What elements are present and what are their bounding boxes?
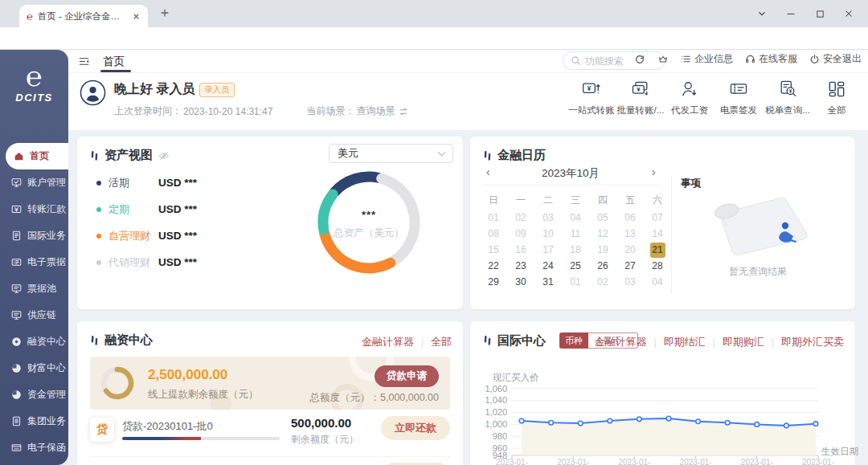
calendar-day[interactable]: 03: [616, 274, 644, 290]
link-金融计算器[interactable]: 金融计算器: [595, 335, 647, 349]
calendar-day[interactable]: 30: [507, 274, 534, 290]
window-chevron-icon[interactable]: [747, 0, 776, 27]
calendar-day[interactable]: 27: [616, 258, 644, 274]
quick-action-代发工资[interactable]: 代发工资: [668, 79, 711, 116]
sidebar-item-融资中心[interactable]: 融资中心: [0, 328, 68, 355]
quick-action-电票签发[interactable]: 电票签发: [717, 79, 760, 116]
calendar-day[interactable]: 06: [616, 210, 644, 226]
calendar-day[interactable]: 18: [562, 242, 589, 258]
sidebar-item-资金管理[interactable]: 资金管理: [0, 381, 68, 408]
asset-view-card: 资产视图 美元 活期USD ***定期USD ***自营理财USD ***代销理…: [77, 137, 463, 309]
link-金融计算器[interactable]: 金融计算器: [362, 335, 414, 349]
legend-dot: [96, 207, 101, 212]
calendar-day[interactable]: 12: [589, 226, 616, 242]
browser-tab[interactable]: ℮ 首页 - 企业综合金融服务平台: [19, 5, 148, 27]
y-tick-label: 980: [493, 431, 507, 441]
quick-action-label: 一站式转账: [568, 104, 615, 116]
tab-close-icon[interactable]: [132, 12, 141, 21]
calendar-day[interactable]: 02: [589, 274, 616, 290]
calendar-day[interactable]: 14: [644, 226, 671, 242]
legend-label: 代销理财: [108, 255, 158, 270]
sidebar-item-首页[interactable]: 首页: [6, 143, 68, 169]
calendar-day[interactable]: 25: [562, 258, 589, 274]
sidebar-item-国际业务[interactable]: 国际业务: [0, 222, 68, 249]
calendar-day[interactable]: 21: [644, 242, 671, 258]
quick-action-全部[interactable]: 全部: [815, 79, 858, 116]
scene-switch-icon[interactable]: [399, 107, 408, 116]
calendar-day[interactable]: 16: [507, 242, 534, 258]
quick-action-label: 全部: [828, 104, 846, 116]
link-即期购汇[interactable]: 即期购汇: [723, 335, 764, 349]
sidebar-item-label: 集团业务: [27, 414, 66, 428]
new-tab-button[interactable]: [159, 7, 170, 18]
calendar-day[interactable]: 01: [562, 274, 589, 290]
calendar-day[interactable]: 09: [507, 226, 534, 242]
quick-action-批量转账/...[interactable]: ¥批量转账/...: [619, 79, 662, 116]
data-point: [755, 422, 760, 427]
scene-value: 查询场景: [356, 104, 395, 118]
sidebar-item-供应链[interactable]: 供应链: [0, 302, 68, 328]
sidebar-item-集团业务[interactable]: 集团业务: [0, 408, 68, 434]
calendar-day[interactable]: 15: [480, 242, 507, 258]
sidebar-item-票据池[interactable]: 票据池: [0, 275, 68, 302]
calendar-weekdays: 日一二三四五六: [480, 193, 671, 207]
tool-安全退出[interactable]: 安全退出: [809, 52, 862, 66]
asset-donut-chart: [309, 162, 429, 283]
loan-apply-button[interactable]: 贷款申请: [375, 365, 439, 387]
calendar-day[interactable]: 10: [534, 226, 562, 242]
calendar-day[interactable]: 20: [616, 242, 644, 258]
sidebar-item-电子保函[interactable]: 电子保函: [0, 434, 68, 461]
link-即期外汇买卖[interactable]: 即期外汇买卖: [781, 335, 844, 349]
calendar-day[interactable]: 02: [507, 210, 534, 226]
repay-button[interactable]: 立即还款: [381, 416, 450, 440]
legend-value: USD ***: [158, 230, 197, 242]
calendar-next-icon[interactable]: ›: [652, 165, 656, 178]
calendar-day[interactable]: 04: [644, 274, 671, 290]
donut-segment-活期: [335, 177, 379, 192]
calendar-day[interactable]: 26: [589, 258, 616, 274]
window-close-icon[interactable]: [834, 0, 863, 27]
calendar-day[interactable]: 29: [480, 274, 507, 290]
x-tick-label: 2023-01-: [557, 458, 589, 465]
calendar-day[interactable]: 24: [534, 258, 562, 274]
svg-text:¥: ¥: [789, 88, 792, 94]
y-tick-label: 1,040: [485, 395, 507, 405]
calendar-day[interactable]: 31: [534, 274, 562, 290]
calendar-day[interactable]: 05: [589, 210, 616, 226]
calendar-prev-icon[interactable]: ‹: [486, 165, 490, 178]
calendar-day[interactable]: 28: [644, 258, 671, 274]
sidebar-item-label: 票据池: [27, 282, 56, 296]
calendar-day[interactable]: 22: [480, 258, 507, 274]
tool-企业信息[interactable]: 企业信息: [681, 52, 733, 66]
calendar-day[interactable]: 13: [616, 226, 644, 242]
menu-fold-icon[interactable]: [78, 55, 90, 67]
calendar-day[interactable]: 19: [589, 242, 616, 258]
link-即期结汇[interactable]: 即期结汇: [664, 335, 706, 349]
user-avatar[interactable]: [80, 80, 106, 106]
eye-off-icon[interactable]: [158, 151, 170, 161]
logo: ℮ DCITS: [0, 63, 68, 104]
sidebar-item-账户管理[interactable]: 账户管理: [0, 169, 68, 196]
calendar-day[interactable]: 03: [534, 210, 562, 226]
window-maximize-icon[interactable]: [805, 0, 834, 27]
refresh-button[interactable]: [634, 54, 645, 65]
sidebar-item-转账汇款[interactable]: 转账汇款: [0, 196, 68, 222]
calendar-day[interactable]: 17: [534, 242, 562, 258]
data-point: [813, 422, 818, 426]
calendar-day[interactable]: 11: [562, 226, 589, 242]
link-全部[interactable]: 全部: [431, 335, 452, 349]
sidebar-item-电子票据[interactable]: 电子票据: [0, 249, 68, 275]
calendar-day[interactable]: 07: [644, 210, 671, 226]
window-minimize-icon[interactable]: [776, 0, 805, 27]
quick-action-一站式转账[interactable]: ¥一站式转账: [570, 79, 613, 116]
calendar-day[interactable]: 08: [480, 226, 507, 242]
tool-在线客服[interactable]: 在线客服: [745, 52, 797, 66]
crown-button[interactable]: [657, 54, 669, 65]
calendar-day[interactable]: 23: [507, 258, 534, 274]
currency-select[interactable]: 美元: [329, 144, 453, 163]
tab-home[interactable]: 首页: [103, 55, 125, 69]
sidebar-item-财富中心[interactable]: 财富中心: [0, 355, 68, 381]
calendar-day[interactable]: 04: [562, 210, 589, 226]
calendar-day[interactable]: 01: [480, 210, 507, 226]
quick-action-税单查询...[interactable]: ¥税单查询...: [766, 79, 809, 116]
